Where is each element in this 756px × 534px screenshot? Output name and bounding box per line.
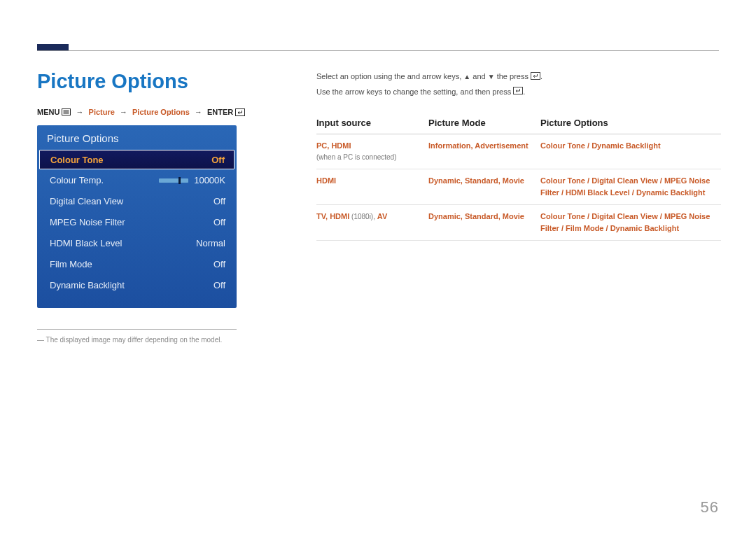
- cell-input-source: HDMI: [316, 169, 428, 204]
- instruction-text: and: [470, 72, 487, 80]
- osd-row[interactable]: Dynamic BacklightOff: [37, 274, 237, 295]
- value-token: Standard: [465, 212, 498, 220]
- breadcrumb-path-2: Picture Options: [132, 108, 190, 116]
- value-token: HDMI: [331, 141, 351, 150]
- value-token: Colour Tone: [540, 176, 585, 185]
- breadcrumb-arrow-icon: →: [192, 108, 205, 116]
- value-token: Movie: [503, 212, 524, 220]
- instruction-text: the press: [495, 72, 531, 80]
- cell-picture-options: Colour Tone / Digital Clean View / MPEG …: [540, 169, 721, 204]
- value-separator: /: [603, 224, 610, 232]
- value-token: HDMI: [316, 176, 336, 185]
- value-token: TV: [316, 212, 326, 220]
- osd-row[interactable]: Digital Clean ViewOff: [37, 190, 237, 211]
- instruction-text: Select an option using the and arrow key…: [316, 72, 463, 80]
- value-token: Colour Tone: [540, 212, 585, 220]
- value-token: Colour Tone: [540, 141, 585, 150]
- osd-row-value: Off: [214, 217, 225, 227]
- osd-row-label: Digital Clean View: [50, 196, 123, 206]
- value-token: Advertisement: [475, 141, 528, 150]
- instruction-line-1: Select an option using the and arrow key…: [316, 69, 721, 85]
- value-separator: /: [630, 188, 636, 197]
- table-row: PC, HDMI(when a PC is connected)Informat…: [316, 134, 721, 169]
- osd-row-value-wrap: 10000K: [159, 175, 225, 185]
- footnote: ― The displayed image may differ dependi…: [37, 336, 222, 344]
- osd-row-value: 10000K: [194, 175, 225, 185]
- value-note: (1080i),: [349, 213, 377, 220]
- osd-row-label: Colour Tone: [50, 155, 104, 165]
- top-tab-accent: [37, 44, 69, 50]
- value-token: Dynamic: [428, 176, 461, 185]
- osd-row-label: Film Mode: [50, 259, 92, 269]
- value-token: Digital Clean View: [592, 176, 658, 185]
- breadcrumb-arrow-icon: →: [74, 108, 87, 116]
- value-token: HDMI Black Level: [566, 188, 630, 197]
- cell-input-source: PC, HDMI(when a PC is connected): [316, 134, 428, 169]
- menu-icon: [62, 108, 71, 117]
- osd-row-value-wrap: Normal: [196, 238, 225, 248]
- cell-picture-options: Colour Tone / Dynamic Backlight: [540, 134, 721, 169]
- cell-picture-mode: Information, Advertisement: [428, 134, 540, 169]
- value-separator: /: [585, 176, 592, 185]
- osd-panel: Picture Options Colour ToneOffColour Tem…: [37, 125, 237, 308]
- instruction-text: Use the arrow keys to change the setting…: [316, 87, 513, 96]
- value-token: Film Mode: [566, 224, 603, 232]
- value-separator: /: [559, 224, 566, 232]
- cell-picture-mode: Dynamic, Standard, Movie: [428, 169, 540, 204]
- col-input-source: Input source: [316, 113, 428, 134]
- breadcrumb-arrow-icon: →: [117, 108, 130, 116]
- instruction-text: .: [523, 87, 525, 96]
- table-header-row: Input source Picture Mode Picture Option…: [316, 113, 721, 134]
- value-token: Dynamic: [428, 212, 461, 220]
- col-picture-options: Picture Options: [540, 113, 721, 134]
- osd-row-value: Normal: [196, 238, 225, 248]
- col-picture-mode: Picture Mode: [428, 113, 540, 134]
- osd-row[interactable]: Colour ToneOff: [39, 150, 234, 169]
- osd-row-value: Off: [214, 196, 225, 206]
- breadcrumb-menu: MENU: [37, 108, 59, 116]
- osd-row[interactable]: Film ModeOff: [37, 253, 237, 274]
- instruction-line-2: Use the arrow keys to change the setting…: [316, 85, 721, 100]
- down-arrow-icon: ▼: [488, 73, 495, 80]
- value-separator: /: [658, 176, 664, 185]
- value-separator: /: [559, 188, 566, 197]
- table-row: HDMIDynamic, Standard, MovieColour Tone …: [316, 169, 721, 204]
- osd-title: Picture Options: [37, 125, 237, 150]
- value-token: Movie: [503, 176, 524, 185]
- enter-icon: [235, 108, 245, 118]
- value-separator: /: [585, 212, 592, 220]
- slider-icon[interactable]: [159, 178, 188, 183]
- osd-row-value-wrap: Off: [214, 259, 225, 269]
- osd-row-value: Off: [214, 280, 225, 290]
- osd-row[interactable]: Colour Temp.10000K: [37, 169, 237, 190]
- osd-row-value-wrap: Off: [214, 196, 225, 206]
- value-token: Information: [428, 141, 471, 150]
- right-column: Select an option using the and arrow key…: [316, 69, 721, 241]
- enter-icon: [531, 70, 540, 85]
- value-separator: /: [585, 141, 592, 150]
- value-token: PC: [316, 141, 327, 150]
- breadcrumb-path-1: Picture: [89, 108, 115, 116]
- osd-row[interactable]: HDMI Black LevelNormal: [37, 232, 237, 253]
- value-token: Dynamic Backlight: [636, 188, 705, 197]
- osd-row[interactable]: MPEG Noise FilterOff: [37, 211, 237, 232]
- cell-note: (when a PC is connected): [316, 152, 421, 163]
- cell-input-source: TV, HDMI (1080i), AV: [316, 204, 428, 240]
- up-arrow-icon: ▲: [463, 73, 470, 80]
- value-token: AV: [377, 212, 387, 220]
- osd-row-value-wrap: Off: [214, 217, 225, 227]
- osd-row-value: Off: [211, 155, 225, 165]
- value-token: Digital Clean View: [592, 212, 658, 220]
- top-rule: [37, 50, 719, 51]
- value-token: Dynamic Backlight: [592, 141, 660, 150]
- osd-row-label: MPEG Noise Filter: [50, 217, 125, 227]
- table-row: TV, HDMI (1080i), AVDynamic, Standard, M…: [316, 204, 721, 240]
- footnote-rule: [37, 329, 237, 330]
- instruction-text: .: [540, 72, 542, 80]
- value-token: HDMI: [330, 212, 349, 220]
- enter-icon: [513, 85, 523, 99]
- osd-row-value: Off: [214, 259, 225, 269]
- osd-row-value-wrap: Off: [211, 155, 225, 165]
- osd-row-label: Colour Temp.: [50, 175, 104, 185]
- cell-picture-options: Colour Tone / Digital Clean View / MPEG …: [540, 204, 721, 240]
